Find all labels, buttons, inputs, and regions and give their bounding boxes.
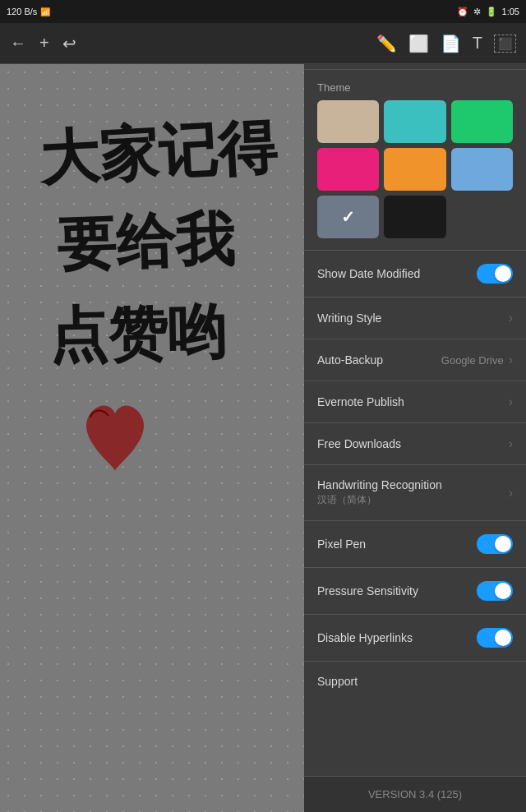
writing-style-chevron: › [509, 311, 513, 325]
network-speed: 120 B/s [7, 7, 37, 16]
row-pressure-sensitivity[interactable]: Pressure Sensitivity [304, 567, 526, 614]
svg-text:点赞哟: 点赞哟 [48, 300, 227, 369]
pen-tool[interactable]: ✏️ [376, 34, 397, 53]
theme-swatch-orange[interactable] [384, 148, 445, 191]
theme-swatch-blue[interactable] [451, 148, 513, 191]
eraser-tool[interactable]: ⬜ [408, 34, 429, 53]
evernote-chevron: › [509, 394, 513, 409]
theme-swatch-tan[interactable] [317, 100, 379, 143]
auto-backup-value: Google Drive [441, 354, 504, 367]
pressure-sensitivity-toggle[interactable] [477, 581, 513, 601]
theme-swatch-black[interactable] [384, 196, 445, 238]
battery-icon: 🔋 [486, 7, 497, 17]
row-auto-backup[interactable]: Auto-Backup Google Drive › [304, 339, 526, 381]
row-disable-hyperlinks[interactable]: Disable Hyperlinks [304, 614, 526, 661]
row-pixel-pen[interactable]: Pixel Pen [304, 520, 526, 567]
auto-backup-chevron: › [509, 353, 513, 367]
row-show-date-modified[interactable]: Show Date Modified [304, 250, 526, 297]
writing-style-label: Writing Style [317, 311, 509, 325]
theme-swatch-pink[interactable] [317, 148, 379, 191]
handwriting-label: Handwriting Recognition [317, 478, 509, 491]
show-date-label: Show Date Modified [317, 267, 477, 280]
clock: 1:05 [502, 7, 519, 16]
status-left: 120 B/s 📶 [7, 7, 50, 16]
canvas-area[interactable]: 大家记得 要给我 点赞哟 [0, 64, 304, 812]
pixel-pen-toggle[interactable] [477, 534, 513, 554]
signal-icon: 📶 [40, 7, 50, 16]
evernote-publish-label: Evernote Publish [317, 395, 509, 408]
add-button[interactable]: + [39, 34, 49, 53]
undo-button[interactable]: ↩ [62, 34, 76, 53]
page-tool[interactable]: 📄 [441, 34, 461, 53]
pixel-pen-label: Pixel Pen [317, 537, 477, 551]
version-footer: VERSION 3.4 (125) [304, 776, 526, 812]
svg-text:要给我: 要给我 [56, 206, 237, 279]
free-downloads-label: Free Downloads [317, 437, 509, 450]
bluetooth-icon: ✲ [473, 7, 481, 17]
status-bar: 120 B/s 📶 ⏰ ✲ 🔋 1:05 [0, 0, 526, 23]
theme-grid [304, 100, 526, 250]
theme-swatch-gray[interactable] [317, 196, 379, 238]
status-right: ⏰ ✲ 🔋 1:05 [457, 7, 519, 17]
row-free-downloads[interactable]: Free Downloads › [304, 422, 526, 464]
alarm-icon: ⏰ [457, 7, 468, 17]
row-support[interactable]: Support [304, 661, 526, 701]
handwriting-chevron: › [509, 486, 513, 501]
disable-hyperlinks-label: Disable Hyperlinks [317, 631, 477, 644]
row-evernote-publish[interactable]: Evernote Publish › [304, 381, 526, 422]
back-button[interactable]: ← [10, 34, 26, 53]
theme-swatch-green[interactable] [451, 100, 513, 143]
disable-hyperlinks-toggle[interactable] [477, 628, 513, 648]
theme-swatch-teal[interactable] [384, 100, 445, 143]
free-downloads-chevron: › [509, 436, 513, 451]
pressure-sensitivity-label: Pressure Sensitivity [317, 584, 477, 597]
show-date-toggle[interactable] [477, 264, 513, 284]
settings-panel: Settings Theme Show Date Modified Writin… [304, 23, 526, 812]
select-tool[interactable]: ⬛ [494, 35, 516, 53]
row-handwriting-recognition[interactable]: Handwriting Recognition 汉语（简体） › [304, 464, 526, 520]
toolbar: ← + ↩ ✏️ ⬜ 📄 T ⬛ [0, 23, 526, 64]
support-label: Support [317, 675, 513, 688]
handwriting-canvas: 大家记得 要给我 点赞哟 [16, 105, 279, 500]
auto-backup-label: Auto-Backup [317, 353, 441, 367]
version-text: VERSION 3.4 (125) [368, 788, 462, 800]
svg-text:大家记得: 大家记得 [36, 113, 279, 192]
theme-section-label: Theme [304, 70, 526, 100]
toolbar-tools: ✏️ ⬜ 📄 T ⬛ [376, 34, 516, 53]
handwriting-sublabel: 汉语（简体） [317, 493, 509, 507]
row-writing-style[interactable]: Writing Style › [304, 297, 526, 339]
text-tool[interactable]: T [473, 34, 482, 53]
